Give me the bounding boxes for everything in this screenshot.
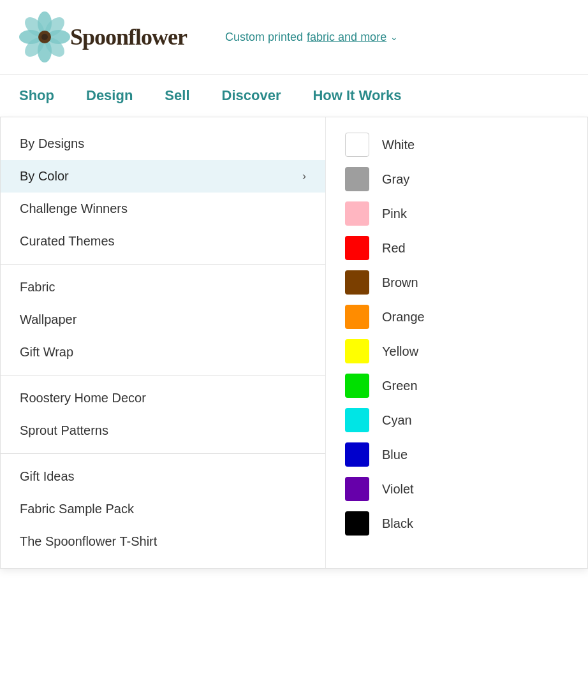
color-label-black: Black <box>382 516 413 531</box>
menu-label-challenge-winners: Challenge Winners <box>20 201 128 216</box>
color-label-cyan: Cyan <box>382 413 412 428</box>
menu-item-gift-wrap[interactable]: Gift Wrap <box>1 336 325 368</box>
menu-item-by-designs[interactable]: By Designs <box>1 128 325 160</box>
color-swatch-green <box>345 374 369 398</box>
color-label-blue: Blue <box>382 448 408 462</box>
color-item-orange[interactable]: Orange <box>345 300 568 334</box>
color-swatch-white <box>345 133 369 157</box>
menu-label-curated-themes: Curated Themes <box>20 234 115 249</box>
menu-label-by-designs: By Designs <box>20 136 84 151</box>
menu-item-sprout-patterns[interactable]: Sprout Patterns <box>1 414 325 447</box>
menu-label-fabric-sample-pack: Fabric Sample Pack <box>20 502 134 516</box>
menu-item-fabric-sample-pack[interactable]: Fabric Sample Pack <box>1 493 325 525</box>
color-label-orange: Orange <box>382 310 425 324</box>
color-label-green: Green <box>382 379 418 393</box>
color-label-yellow: Yellow <box>382 344 418 359</box>
menu-item-roostery-home-decor[interactable]: Roostery Home Decor <box>1 382 325 414</box>
menu-label-sprout-patterns: Sprout Patterns <box>20 423 108 438</box>
color-item-brown[interactable]: Brown <box>345 265 568 300</box>
color-label-gray: Gray <box>382 172 409 187</box>
color-item-red[interactable]: Red <box>345 231 568 265</box>
menu-item-challenge-winners[interactable]: Challenge Winners <box>1 193 325 225</box>
dropdown-right-column: WhiteGrayPinkRedBrownOrangeYellowGreenCy… <box>326 117 587 568</box>
logo-text: Spoonflower <box>70 24 187 50</box>
menu-item-wallpaper[interactable]: Wallpaper <box>1 303 325 336</box>
color-swatch-cyan <box>345 408 369 432</box>
menu-label-roostery-home-decor: Roostery Home Decor <box>20 391 146 405</box>
svg-point-9 <box>41 34 48 40</box>
color-item-cyan[interactable]: Cyan <box>345 403 568 437</box>
color-label-violet: Violet <box>382 482 414 497</box>
color-swatch-black <box>345 511 369 536</box>
menu-item-spoonflower-t-shirt[interactable]: The Spoonflower T-Shirt <box>1 525 325 558</box>
divider-3 <box>1 453 325 454</box>
color-item-violet[interactable]: Violet <box>345 472 568 506</box>
header-tagline[interactable]: Custom printed fabric and more ⌄ <box>225 31 398 44</box>
color-item-gray[interactable]: Gray <box>345 162 568 196</box>
dropdown-menu: By Designs By Color › Challenge Winners … <box>0 117 588 569</box>
tagline-prefix: Custom printed <box>225 31 303 44</box>
color-swatch-gray <box>345 167 369 191</box>
color-swatch-pink <box>345 201 369 226</box>
color-swatch-yellow <box>345 339 369 363</box>
nav-item-discover[interactable]: Discover <box>222 75 281 117</box>
menu-label-gift-wrap: Gift Wrap <box>20 345 73 360</box>
color-label-red: Red <box>382 241 406 256</box>
dropdown-left-column: By Designs By Color › Challenge Winners … <box>1 117 326 568</box>
menu-label-by-color: By Color <box>20 169 69 184</box>
chevron-down-icon: ⌄ <box>390 32 398 42</box>
menu-item-by-color[interactable]: By Color › <box>1 160 325 193</box>
logo-area: Spoonflower <box>19 11 187 62</box>
color-item-white[interactable]: White <box>345 128 568 162</box>
nav-item-design[interactable]: Design <box>86 75 133 117</box>
menu-item-curated-themes[interactable]: Curated Themes <box>1 225 325 258</box>
header: Spoonflower Custom printed fabric and mo… <box>0 0 588 75</box>
color-swatch-red <box>345 236 369 260</box>
menu-label-gift-ideas: Gift Ideas <box>20 469 75 484</box>
nav-item-shop[interactable]: Shop <box>19 75 54 117</box>
color-item-yellow[interactable]: Yellow <box>345 334 568 368</box>
logo-flower-icon <box>19 11 70 62</box>
chevron-right-icon: › <box>302 170 306 183</box>
color-label-white: White <box>382 138 415 152</box>
menu-label-spoonflower-t-shirt: The Spoonflower T-Shirt <box>20 534 157 549</box>
nav-item-sell[interactable]: Sell <box>165 75 189 117</box>
color-swatch-brown <box>345 270 369 295</box>
menu-label-wallpaper: Wallpaper <box>20 312 77 327</box>
color-swatch-blue <box>345 442 369 467</box>
nav-item-how-it-works[interactable]: How It Works <box>312 75 401 117</box>
color-item-blue[interactable]: Blue <box>345 437 568 472</box>
color-label-pink: Pink <box>382 207 407 221</box>
color-item-green[interactable]: Green <box>345 368 568 403</box>
menu-item-fabric[interactable]: Fabric <box>1 271 325 303</box>
menu-item-gift-ideas[interactable]: Gift Ideas <box>1 460 325 493</box>
color-item-black[interactable]: Black <box>345 506 568 541</box>
color-swatch-violet <box>345 477 369 501</box>
main-nav: Shop Design Sell Discover How It Works <box>0 75 588 117</box>
tagline-link[interactable]: fabric and more <box>307 31 386 44</box>
color-item-pink[interactable]: Pink <box>345 196 568 231</box>
divider-2 <box>1 375 325 376</box>
color-swatch-orange <box>345 305 369 329</box>
color-label-brown: Brown <box>382 275 418 290</box>
divider-1 <box>1 264 325 265</box>
menu-label-fabric: Fabric <box>20 280 55 295</box>
